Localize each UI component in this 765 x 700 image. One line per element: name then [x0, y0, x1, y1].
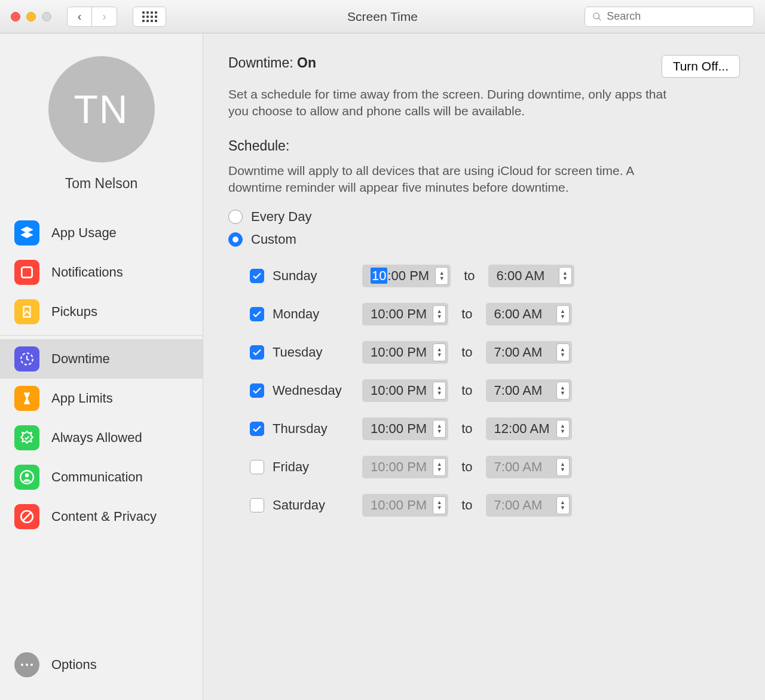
start-time-field[interactable]: 10:00 PM▲▼	[362, 417, 448, 440]
sidebar-item-communication[interactable]: Communication	[0, 458, 203, 497]
end-time-field[interactable]: 7:00 AM▲▼	[486, 456, 572, 478]
time-stepper[interactable]: ▲▼	[433, 496, 446, 514]
day-checkbox[interactable]	[250, 422, 264, 436]
end-time-field[interactable]: 6:00 AM▲▼	[488, 265, 574, 287]
day-row: Tuesday10:00 PM▲▼to7:00 AM▲▼	[250, 333, 740, 372]
search-field[interactable]	[585, 7, 754, 27]
zoom-window-button[interactable]	[42, 12, 51, 22]
end-time-field[interactable]: 7:00 AM▲▼	[486, 341, 572, 364]
sidebar-separator	[0, 335, 203, 336]
to-label: to	[457, 459, 477, 475]
window-controls	[11, 12, 51, 22]
sidebar-item-label: Pickups	[51, 304, 97, 320]
end-time-field[interactable]: 7:00 AM▲▼	[486, 494, 572, 517]
schedule-description: Downtime will apply to all devices that …	[228, 162, 683, 197]
time-stepper[interactable]: ▲▼	[435, 267, 448, 285]
chevron-left-icon: ‹	[78, 10, 82, 23]
day-row: Friday10:00 PM▲▼to7:00 AM▲▼	[250, 448, 740, 486]
sidebar-list: App Usage Notifications Pickups Downtime…	[0, 213, 203, 536]
day-label: Sunday	[273, 268, 354, 284]
to-label: to	[457, 383, 477, 398]
day-row: Monday10:00 PM▲▼to6:00 AM▲▼	[250, 295, 740, 333]
time-stepper[interactable]: ▲▼	[556, 343, 570, 361]
user-profile[interactable]: TN Tom Nelson	[0, 56, 203, 192]
turn-off-button[interactable]: Turn Off...	[662, 55, 740, 78]
person-circle-icon	[14, 465, 39, 490]
sidebar-item-content-privacy[interactable]: Content & Privacy	[0, 497, 203, 536]
sidebar-item-label: Notifications	[51, 265, 123, 280]
sidebar-item-label: App Limits	[51, 391, 113, 406]
radio-icon	[228, 232, 243, 247]
time-stepper[interactable]: ▲▼	[433, 458, 446, 476]
close-window-button[interactable]	[11, 12, 20, 22]
start-time-field[interactable]: 10:00 PM▲▼	[362, 379, 448, 402]
day-row: Saturday10:00 PM▲▼to7:00 AM▲▼	[250, 486, 740, 524]
sidebar-item-label: Communication	[51, 469, 143, 485]
time-stepper[interactable]: ▲▼	[559, 267, 572, 285]
time-stepper[interactable]: ▲▼	[433, 420, 446, 438]
day-checkbox[interactable]	[250, 383, 264, 398]
minimize-window-button[interactable]	[26, 12, 36, 22]
day-checkbox[interactable]	[250, 307, 264, 321]
search-input[interactable]	[607, 10, 746, 23]
radio-icon	[228, 210, 243, 224]
day-label: Friday	[273, 459, 354, 475]
search-icon	[592, 11, 602, 22]
forward-button[interactable]: ›	[92, 7, 117, 27]
show-all-button[interactable]	[133, 7, 166, 27]
time-stepper[interactable]: ▲▼	[556, 305, 570, 323]
sidebar-options[interactable]: Options	[0, 641, 203, 700]
sidebar-item-label: Content & Privacy	[51, 509, 157, 524]
avatar: TN	[48, 56, 155, 162]
time-stepper[interactable]: ▲▼	[556, 420, 570, 438]
sidebar-item-label: Downtime	[51, 351, 110, 367]
radio-custom[interactable]: Custom	[228, 232, 740, 247]
time-stepper[interactable]: ▲▼	[556, 382, 570, 400]
day-checkbox[interactable]	[250, 460, 264, 474]
sidebar-item-pickups[interactable]: Pickups	[0, 292, 203, 331]
nosign-icon	[14, 504, 39, 529]
pickup-icon	[14, 299, 39, 324]
sidebar-item-notifications[interactable]: Notifications	[0, 253, 203, 292]
time-stepper[interactable]: ▲▼	[433, 305, 446, 323]
time-stepper[interactable]: ▲▼	[556, 496, 570, 514]
time-stepper[interactable]: ▲▼	[556, 458, 570, 476]
options-label: Options	[51, 657, 97, 673]
start-time-field[interactable]: 10:00 PM▲▼	[362, 265, 451, 287]
bell-square-icon	[14, 260, 39, 285]
day-checkbox[interactable]	[250, 345, 264, 360]
start-time-field[interactable]: 10:00 PM▲▼	[362, 341, 448, 364]
to-label: to	[459, 268, 479, 284]
sidebar-item-app-usage[interactable]: App Usage	[0, 213, 203, 253]
day-checkbox[interactable]	[250, 269, 264, 283]
sidebar-item-app-limits[interactable]: App Limits	[0, 379, 203, 418]
time-stepper[interactable]: ▲▼	[433, 382, 446, 400]
time-stepper[interactable]: ▲▼	[433, 343, 446, 361]
day-row: Thursday10:00 PM▲▼to12:00 AM▲▼	[250, 410, 740, 448]
downtime-status: Downtime: On	[228, 55, 316, 71]
end-time-field[interactable]: 6:00 AM▲▼	[486, 303, 572, 326]
grid-icon	[142, 11, 157, 22]
sidebar: TN Tom Nelson App Usage Notifications Pi…	[0, 33, 203, 700]
schedule-heading: Schedule:	[228, 138, 740, 154]
radio-every-day[interactable]: Every Day	[228, 209, 740, 225]
day-label: Tuesday	[273, 345, 354, 360]
sidebar-item-always-allowed[interactable]: Always Allowed	[0, 418, 203, 458]
end-time-field[interactable]: 12:00 AM▲▼	[486, 417, 572, 440]
hourglass-icon	[14, 386, 39, 411]
back-button[interactable]: ‹	[67, 7, 92, 27]
to-label: to	[457, 421, 477, 437]
sidebar-item-label: App Usage	[51, 225, 117, 241]
end-time-field[interactable]: 7:00 AM▲▼	[486, 379, 572, 402]
to-label: to	[457, 498, 477, 513]
svg-point-3	[25, 474, 29, 478]
start-time-field[interactable]: 10:00 PM▲▼	[362, 494, 448, 517]
user-name: Tom Nelson	[65, 176, 137, 192]
clock-icon	[14, 346, 39, 372]
start-time-field[interactable]: 10:00 PM▲▼	[362, 303, 448, 326]
sidebar-item-downtime[interactable]: Downtime	[0, 339, 203, 379]
day-checkbox[interactable]	[250, 498, 264, 512]
radio-label: Custom	[251, 232, 296, 247]
start-time-field[interactable]: 10:00 PM▲▼	[362, 456, 448, 478]
day-label: Thursday	[273, 421, 354, 437]
